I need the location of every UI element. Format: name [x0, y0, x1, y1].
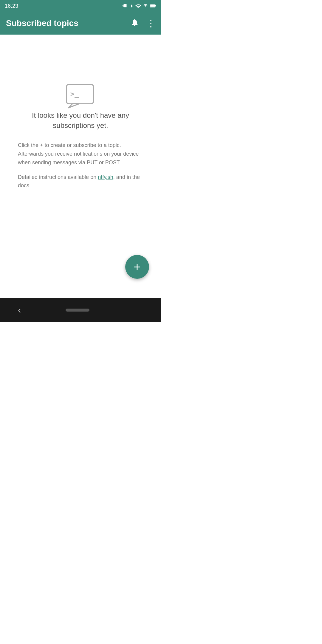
home-indicator[interactable]: [66, 309, 89, 312]
empty-state-docs: Detailed instructions available on ntfy.…: [18, 173, 143, 190]
status-bar: 16:23 ✦: [0, 0, 161, 12]
ntfy-link[interactable]: ntfy.sh: [98, 174, 113, 180]
location-icon: ✦: [130, 3, 134, 9]
battery-icon: [150, 4, 156, 9]
svg-text:>_: >_: [70, 90, 79, 98]
main-content: >_ It looks like you don't have any subs…: [0, 35, 161, 283]
svg-rect-1: [155, 5, 156, 6]
bell-icon[interactable]: [131, 18, 139, 29]
status-time: 16:23: [5, 3, 18, 9]
signal-icon: [143, 3, 148, 9]
vibrate-icon: [123, 3, 128, 9]
svg-rect-2: [150, 4, 155, 7]
docs-prefix: Detailed instructions available on: [18, 174, 98, 180]
app-bar: Subscribed topics ⋮: [0, 12, 161, 35]
add-icon: +: [134, 261, 140, 273]
empty-state-icon: >_: [64, 82, 97, 110]
more-options-icon[interactable]: ⋮: [146, 18, 155, 29]
empty-state-title: It looks like you don't have any subscri…: [18, 110, 143, 130]
status-icons: ✦: [123, 3, 156, 9]
add-subscription-fab[interactable]: +: [125, 255, 149, 279]
wifi-icon: [135, 3, 141, 9]
app-bar-actions: ⋮: [131, 18, 155, 29]
page-title: Subscribed topics: [6, 18, 78, 28]
empty-state-description: Click the + to create or subscribe to a …: [18, 141, 143, 167]
back-button[interactable]: ‹: [18, 305, 21, 315]
bottom-nav: ‹: [0, 298, 161, 322]
svg-marker-4: [69, 104, 79, 108]
